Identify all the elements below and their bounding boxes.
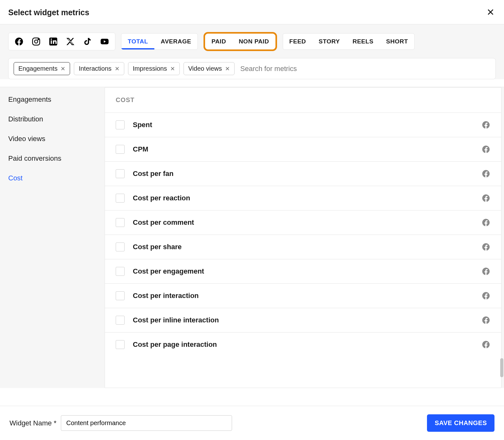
metric-checkbox[interactable] bbox=[116, 316, 125, 325]
sidebar-item[interactable]: Distribution bbox=[8, 115, 105, 123]
metric-checkbox[interactable] bbox=[116, 267, 125, 276]
chip-remove-icon[interactable]: ✕ bbox=[115, 65, 120, 72]
metric-label: CPM bbox=[133, 145, 481, 153]
segment-short[interactable]: SHORT bbox=[380, 34, 414, 49]
svg-point-5 bbox=[51, 39, 52, 40]
metric-label: Cost per engagement bbox=[133, 267, 481, 275]
metric-row[interactable]: Cost per inline interaction bbox=[105, 308, 501, 333]
toolbar: TOTAL AVERAGE PAID NON PAID FEED STORY R… bbox=[0, 24, 504, 51]
metric-label: Cost per interaction bbox=[133, 292, 481, 300]
filter-chip[interactable]: Engagements✕ bbox=[14, 62, 70, 75]
chip-label: Engagements bbox=[18, 65, 57, 72]
x-icon[interactable] bbox=[66, 37, 75, 46]
metric-label: Cost per comment bbox=[133, 218, 481, 227]
metric-checkbox[interactable] bbox=[116, 169, 125, 178]
segment-aggregation: TOTAL AVERAGE bbox=[121, 33, 198, 50]
chip-label: Interactions bbox=[79, 65, 111, 72]
footer: Widget Name * SAVE CHANGES bbox=[0, 406, 504, 440]
modal-header: Select widget metrics ✕ bbox=[0, 0, 504, 24]
social-icon-group bbox=[8, 33, 115, 50]
segment-nonpaid[interactable]: NON PAID bbox=[232, 34, 275, 49]
metric-row[interactable]: Cost per page interaction bbox=[105, 333, 501, 357]
segment-paid-group: PAID NON PAID bbox=[204, 32, 277, 51]
facebook-icon bbox=[481, 340, 490, 349]
youtube-icon[interactable] bbox=[100, 37, 109, 46]
widget-name-label: Widget Name * bbox=[10, 419, 56, 427]
metric-row[interactable]: Cost per comment bbox=[105, 210, 501, 235]
segment-story[interactable]: STORY bbox=[312, 34, 346, 49]
filter-chip[interactable]: Impressions✕ bbox=[128, 62, 180, 75]
metric-row[interactable]: Cost per interaction bbox=[105, 284, 501, 308]
metric-row[interactable]: Cost per share bbox=[105, 235, 501, 259]
search-input[interactable] bbox=[238, 63, 490, 75]
instagram-icon[interactable] bbox=[31, 37, 41, 46]
svg-point-1 bbox=[35, 40, 38, 43]
chip-remove-icon[interactable]: ✕ bbox=[225, 65, 230, 72]
metrics-panel: COST SpentCPMCost per fanCost per reacti… bbox=[105, 87, 501, 388]
metric-label: Cost per page interaction bbox=[133, 340, 481, 349]
metric-row[interactable]: Cost per fan bbox=[105, 162, 501, 186]
facebook-icon bbox=[481, 120, 490, 129]
chip-label: Impressions bbox=[133, 65, 167, 72]
tiktok-icon[interactable] bbox=[83, 37, 92, 46]
facebook-icon[interactable] bbox=[14, 37, 24, 46]
metric-label: Spent bbox=[133, 121, 481, 129]
metric-row[interactable]: Spent bbox=[105, 113, 501, 137]
filter-chip[interactable]: Video views✕ bbox=[184, 62, 235, 75]
facebook-icon bbox=[481, 316, 490, 325]
facebook-icon bbox=[481, 169, 490, 178]
search-row: Engagements✕Interactions✕Impressions✕Vid… bbox=[8, 58, 496, 79]
metric-label: Cost per share bbox=[133, 243, 481, 251]
category-sidebar: EngagementsDistributionVideo viewsPaid c… bbox=[0, 87, 105, 388]
svg-point-2 bbox=[38, 39, 39, 40]
modal-title: Select widget metrics bbox=[8, 8, 89, 17]
facebook-icon bbox=[481, 145, 490, 154]
facebook-icon bbox=[481, 218, 490, 227]
widget-name-input[interactable] bbox=[61, 415, 232, 431]
segment-total[interactable]: TOTAL bbox=[121, 34, 154, 49]
close-icon[interactable]: ✕ bbox=[487, 8, 494, 17]
metric-label: Cost per reaction bbox=[133, 194, 481, 202]
metric-checkbox[interactable] bbox=[116, 218, 125, 227]
sidebar-item[interactable]: Cost bbox=[8, 174, 105, 182]
facebook-icon bbox=[481, 291, 490, 300]
metric-checkbox[interactable] bbox=[116, 145, 125, 154]
metric-label: Cost per inline interaction bbox=[133, 316, 481, 324]
linkedin-icon[interactable] bbox=[48, 37, 58, 46]
metric-checkbox[interactable] bbox=[116, 194, 125, 203]
chip-remove-icon[interactable]: ✕ bbox=[61, 65, 65, 72]
sidebar-item[interactable]: Engagements bbox=[8, 95, 105, 104]
segment-reels[interactable]: REELS bbox=[346, 34, 380, 49]
svg-rect-4 bbox=[51, 40, 52, 44]
sidebar-item[interactable]: Video views bbox=[8, 135, 105, 143]
section-title: COST bbox=[105, 87, 501, 113]
facebook-icon bbox=[481, 194, 490, 203]
metric-checkbox[interactable] bbox=[116, 243, 125, 251]
segment-feed[interactable]: FEED bbox=[283, 34, 313, 49]
metric-row[interactable]: CPM bbox=[105, 137, 501, 162]
sidebar-item[interactable]: Paid conversions bbox=[8, 154, 105, 163]
metric-checkbox[interactable] bbox=[116, 340, 125, 349]
filter-chip[interactable]: Interactions✕ bbox=[74, 62, 124, 75]
metric-row[interactable]: Cost per reaction bbox=[105, 186, 501, 210]
save-button[interactable]: SAVE CHANGES bbox=[427, 414, 494, 432]
chip-remove-icon[interactable]: ✕ bbox=[170, 65, 175, 72]
metric-checkbox[interactable] bbox=[116, 120, 125, 129]
metric-checkbox[interactable] bbox=[116, 291, 125, 300]
segment-format-group: FEED STORY REELS SHORT bbox=[283, 33, 415, 50]
facebook-icon bbox=[481, 243, 490, 251]
chip-label: Video views bbox=[188, 65, 222, 72]
facebook-icon bbox=[481, 267, 490, 276]
metric-row[interactable]: Cost per engagement bbox=[105, 259, 501, 284]
scrollbar-thumb[interactable] bbox=[500, 358, 503, 377]
segment-average[interactable]: AVERAGE bbox=[154, 34, 197, 49]
metric-label: Cost per fan bbox=[133, 170, 481, 178]
segment-paid[interactable]: PAID bbox=[205, 34, 232, 49]
